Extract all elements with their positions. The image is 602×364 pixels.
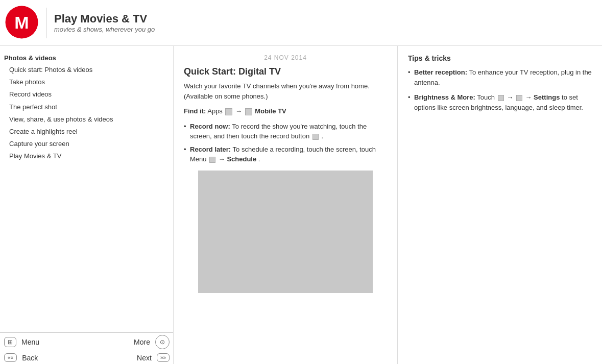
mobile-tv-icon [245,108,252,115]
sidebar-item-perfect-shot[interactable]: The perfect shot [0,101,173,113]
motorola-logo: M [5,6,38,40]
bullet-record-later: Record later: To schedule a recording, t… [184,144,387,164]
back-icon-button[interactable]: «« [4,353,17,362]
header-text-block: Play Movies & TV movies & shows, whereve… [54,12,155,33]
more-icon-button[interactable]: ⊙ [155,335,170,349]
find-it-apps: Apps [207,107,224,115]
tips-panel: Tips & tricks Better reception: To enhan… [398,46,602,364]
tip-brightness-term: Brightness & More: [414,93,475,101]
sidebar-item-highlights[interactable]: Create a highlights reel [0,126,173,138]
record-later-arrow: → [219,155,227,163]
tip-better-reception-term: Better reception: [414,68,467,76]
menu-icon-button[interactable]: ⊞ [4,337,16,347]
tip-arrow-1: → [507,93,515,101]
tip-arrow-2: → [525,93,534,101]
next-label: Next [137,354,152,362]
sidebar-item-capture-screen[interactable]: Capture your screen [0,138,173,150]
content-intro: Watch your favorite TV channels when you… [184,81,387,101]
sidebar-item-view-share[interactable]: View, share, & use photos & videos [0,113,173,126]
find-it-arrow: → [235,107,244,115]
sidebar-item-record-videos[interactable]: Record videos [0,88,173,101]
sidebar-btn-row-top: ⊞ Menu More ⊙ [0,333,174,351]
record-button-icon [312,134,319,140]
menu-label: Menu [21,338,39,346]
content-date: 24 NOV 2014 [184,54,387,61]
record-later-term: Record later: [190,145,231,153]
apps-icon [225,108,232,115]
record-now-term: Record now: [190,123,230,130]
tip-icon-2 [516,95,522,101]
record-now-period: . [321,132,323,140]
bullet-record-now: Record now: To record the show you're wa… [184,122,387,141]
find-it-mobile-tv: Mobile TV [255,107,286,115]
tips-list: Better reception: To enhance your TV rec… [408,67,592,112]
content-bullets: Record now: To record the show you're wa… [184,122,387,164]
schedule-label: Schedule [227,155,256,163]
tip-settings-label: Settings [534,93,560,101]
sidebar: Photos & videos Quick start: Photos & vi… [0,46,174,364]
app-header: M Play Movies & TV movies & shows, where… [0,0,602,46]
tip-brightness-text: Touch [477,93,496,101]
more-label: More [134,338,150,346]
record-later-period: . [258,155,260,163]
tip-better-reception: Better reception: To enhance your TV rec… [408,67,592,87]
app-title: Play Movies & TV [54,12,155,26]
sidebar-item-quick-start[interactable]: Quick start: Photos & videos [0,64,173,76]
menu-button-icon [209,157,215,163]
find-it: Find it: Apps → Mobile TV [184,106,387,116]
sidebar-section-title: Photos & videos [0,52,173,64]
sidebar-item-play-movies[interactable]: Play Movies & TV [0,150,173,162]
tips-heading: Tips & tricks [408,54,592,62]
tip-icon-1 [498,95,504,101]
content-image [198,171,373,293]
next-icon-button[interactable]: »» [157,353,170,362]
back-label: Back [22,354,38,362]
sidebar-bottom-nav: ⊞ Menu More ⊙ «« Back Next »» [0,332,174,364]
header-divider [46,8,46,38]
sidebar-btn-row-bottom: «« Back Next »» [0,351,174,364]
content-heading: Quick Start: Digital TV [184,66,387,77]
sidebar-item-take-photos[interactable]: Take photos [0,76,173,88]
tip-brightness: Brightness & More: Touch → → Settings to… [408,92,592,112]
app-subtitle: movies & shows, wherever you go [54,26,155,33]
find-it-label: Find it: [184,107,206,115]
svg-text:M: M [14,13,29,32]
main-content: 24 NOV 2014 Quick Start: Digital TV Watc… [174,46,398,364]
main-container: Photos & videos Quick start: Photos & vi… [0,46,602,364]
